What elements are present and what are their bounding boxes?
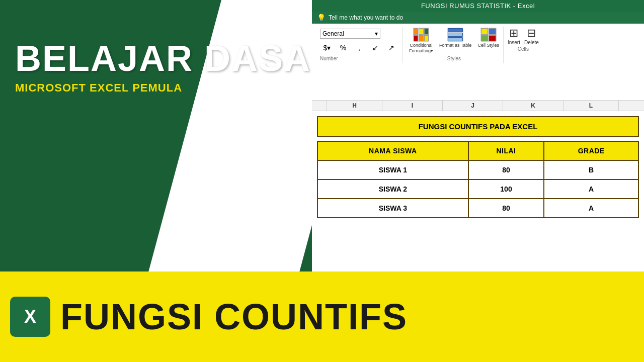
siswa-2-grade: A — [544, 179, 638, 199]
table-row: SISWA 3 80 A — [317, 199, 638, 218]
delete-button[interactable]: ⊟ Delete — [524, 27, 539, 45]
increase-decimal-icon[interactable]: ↗ — [384, 41, 398, 55]
excel-content: FUNGSI COUNTIFS PADA EXCEL NAMA SISWA NI… — [312, 111, 644, 223]
table-header-row: NAMA SISWA NILAI GRADE — [317, 141, 638, 160]
conditional-formatting-label: ConditionalFormatting▾ — [409, 43, 433, 54]
col-i: I — [382, 101, 443, 111]
number-row: $▾ % , ↙ ↗ — [320, 41, 398, 55]
corner-cell — [312, 101, 327, 111]
table-row: SISWA 2 100 A — [317, 179, 638, 199]
format-as-table-label: Format as Table — [439, 43, 471, 48]
styles-icons-row: ConditionalFormatting▾ Format as Table — [407, 27, 501, 55]
subtitle: MICROSOFT EXCEL PEMULA — [15, 81, 338, 95]
dropdown-arrow-icon: ▾ — [375, 30, 378, 37]
currency-icon[interactable]: $▾ — [320, 41, 334, 55]
siswa-3-nilai: 80 — [468, 199, 544, 218]
spreadsheet-area: H I J K L FUNGSI COUNTIFS PADA EXCEL NAM… — [312, 101, 644, 272]
excel-x-letter: X — [24, 308, 36, 326]
format-as-table-icon — [447, 28, 463, 42]
col-j: J — [443, 101, 503, 111]
number-format-select[interactable]: General ▾ — [320, 29, 380, 39]
cell-styles-label: Cell Styles — [477, 43, 499, 48]
conditional-formatting-icon — [413, 28, 429, 42]
bottom-bar: X FUNGSI COUNTIFS — [0, 272, 644, 362]
siswa-2-nilai: 100 — [468, 179, 544, 199]
col-nama-siswa: NAMA SISWA — [317, 141, 468, 160]
col-nilai: NILAI — [468, 141, 544, 160]
insert-label: Insert — [508, 40, 520, 45]
excel-logo: X — [10, 297, 50, 337]
siswa-3-name: SISWA 3 — [317, 199, 468, 218]
delete-label: Delete — [524, 40, 539, 45]
number-format-value: General — [323, 30, 344, 37]
format-as-table-button[interactable]: Format as Table — [437, 27, 473, 55]
spreadsheet-title: FUNGSI COUNTIFS PADA EXCEL — [317, 116, 639, 137]
number-group: General ▾ $▾ % , ↙ ↗ Number — [316, 27, 403, 63]
ribbon-title-bar: FUNGSI RUMUS STATISTIK - Excel — [312, 0, 644, 12]
ribbon-content: General ▾ $▾ % , ↙ ↗ Number — [312, 24, 644, 65]
table-row: SISWA 1 80 B — [317, 160, 638, 179]
main-heading: BELAJAR DASAR — [15, 40, 338, 76]
decrease-decimal-icon[interactable]: ↙ — [368, 41, 382, 55]
cells-group: ⊞ Insert ⊟ Delete Cells — [506, 27, 541, 63]
delete-icon: ⊟ — [527, 27, 536, 40]
siswa-3-grade: A — [544, 199, 638, 218]
left-text-block: BELAJAR DASAR MICROSOFT EXCEL PEMULA — [15, 40, 338, 95]
siswa-2-name: SISWA 2 — [317, 179, 468, 199]
countifs-bold: COUNTIFS — [449, 122, 488, 131]
search-icon: 💡 — [317, 14, 326, 22]
excel-logo-inner: X — [24, 308, 36, 326]
column-headers: H I J K L — [312, 101, 644, 111]
data-table: NAMA SISWA NILAI GRADE SISWA 1 80 B SISW… — [317, 141, 639, 218]
insert-button[interactable]: ⊞ Insert — [508, 27, 520, 45]
col-h: H — [327, 101, 382, 111]
window-title: FUNGSI RUMUS STATISTIK - Excel — [421, 2, 535, 10]
siswa-1-grade: B — [544, 160, 638, 179]
col-k: K — [503, 101, 564, 111]
siswa-1-name: SISWA 1 — [317, 160, 468, 179]
number-group-label: Number — [320, 56, 398, 61]
styles-group-label: Styles — [447, 56, 461, 61]
percent-icon[interactable]: % — [336, 41, 350, 55]
siswa-1-nilai: 80 — [468, 160, 544, 179]
insert-icon: ⊞ — [509, 27, 518, 40]
cells-group-label: Cells — [518, 46, 529, 52]
conditional-formatting-button[interactable]: ConditionalFormatting▾ — [407, 27, 435, 55]
styles-group: ConditionalFormatting▾ Format as Table — [405, 27, 504, 63]
ribbon-search-bar[interactable]: 💡 Tell me what you want to do — [312, 12, 644, 24]
cell-styles-button[interactable]: Cell Styles — [475, 27, 501, 55]
col-l: L — [564, 101, 619, 111]
excel-ribbon: FUNGSI RUMUS STATISTIK - Excel 💡 Tell me… — [312, 0, 644, 101]
col-grade: GRADE — [544, 141, 638, 160]
cells-icons-row: ⊞ Insert ⊟ Delete — [508, 27, 539, 45]
search-text: Tell me what you want to do — [329, 14, 403, 21]
cell-styles-icon — [480, 28, 497, 42]
comma-icon[interactable]: , — [352, 41, 366, 55]
bottom-title: FUNGSI COUNTIFS — [60, 296, 408, 337]
